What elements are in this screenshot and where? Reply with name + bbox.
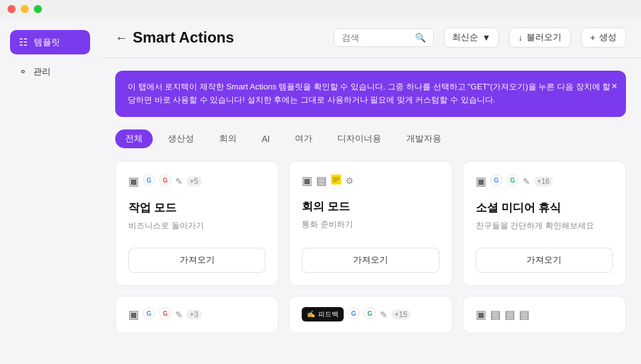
import-icon: ↓ xyxy=(518,33,523,43)
filter-tab-productivity[interactable]: 생산성 xyxy=(158,129,204,148)
app-container: ☷ 템플릿 ⚬ 관리 ← Smart Actions 🔍 최신순 ▼ ↓ xyxy=(0,18,641,364)
bottom-card-1: ▣ G G ✎ +3 xyxy=(115,296,279,333)
cards-grid: ▣ G G ✎ +5 작업 모드 비즈니스로 돌아가기 가져오기 xyxy=(115,161,626,286)
monitor-icon-b1: ▣ xyxy=(128,308,139,321)
svg-text:G: G xyxy=(351,310,356,317)
filter-tabs: 전체 생산성 회의 AI 여가 디자이너용 개발자용 xyxy=(115,129,626,148)
filter-tab-developer[interactable]: 개발자용 xyxy=(396,129,451,148)
edit-icon-b2: ✎ xyxy=(380,310,387,320)
sidebar: ☷ 템플릿 ⚬ 관리 xyxy=(0,18,100,364)
card-count-1: +5 xyxy=(187,176,202,186)
google-icon-b1: G xyxy=(143,307,155,322)
google-icon-b4: G xyxy=(364,307,376,322)
card-icons-row-2: ▣ ▤ ⚙ xyxy=(302,174,439,188)
card-title-1: 작업 모드 xyxy=(128,200,265,215)
page-title: Smart Actions xyxy=(133,29,234,46)
get-button-1[interactable]: 가져오기 xyxy=(128,248,265,273)
sort-dropdown[interactable]: 최신순 ▼ xyxy=(444,28,499,48)
card-title-2: 회의 모드 xyxy=(302,199,439,214)
close-button[interactable] xyxy=(8,5,16,13)
google-icon-3: G xyxy=(490,174,503,189)
svg-text:G: G xyxy=(163,177,168,184)
monitor-icon-b6: ▤ xyxy=(519,308,530,321)
card-subtitle-3: 친구들을 간단하게 확인해보세요 xyxy=(476,220,613,231)
create-button[interactable]: + 생성 xyxy=(581,28,626,48)
chat-icon: ✍ xyxy=(307,310,315,318)
svg-text:G: G xyxy=(367,310,372,317)
sort-label: 최신순 xyxy=(452,32,478,43)
sidebar-manage-label: 관리 xyxy=(33,66,51,78)
get-button-2[interactable]: 가져오기 xyxy=(302,248,439,273)
banner-text: 이 탭에서 로지텍이 제작한 Smart Actions 템플릿을 확인할 수 … xyxy=(128,82,610,104)
edit-icon-2: ✎ xyxy=(523,176,530,186)
template-icon: ☷ xyxy=(19,36,28,48)
filter-tab-ai[interactable]: AI xyxy=(252,130,280,148)
page-title-area: ← Smart Actions xyxy=(115,29,234,46)
card-meeting-mode: ▣ ▤ ⚙ 회의 모드 통화 준비하기 가져오기 xyxy=(289,161,452,286)
card-subtitle-1: 비즈니스로 돌아가기 xyxy=(128,220,265,231)
card-social-break: ▣ G G ✎ +16 소셜 미디어 휴식 친구들을 간단하게 확인해보세요 가… xyxy=(463,161,626,286)
card-title-3: 소셜 미디어 휴식 xyxy=(476,200,613,215)
monitor-icon-b3: ▣ xyxy=(476,308,486,321)
get-button-3[interactable]: 가져오기 xyxy=(476,248,613,273)
bottom-card-2: ✍ 피드백 G G ✎ +15 xyxy=(289,296,452,333)
user-icon: ⚬ xyxy=(19,66,27,78)
google-icon-b2: G xyxy=(159,307,172,322)
svg-text:G: G xyxy=(510,177,515,184)
google-icon-1: G xyxy=(143,174,155,189)
filter-tab-meeting[interactable]: 회의 xyxy=(209,129,247,148)
banner-close-button[interactable]: × xyxy=(612,78,617,94)
search-box[interactable]: 🔍 xyxy=(334,28,434,47)
create-label: 생성 xyxy=(599,32,617,43)
info-banner: 이 탭에서 로지텍이 제작한 Smart Actions 템플릿을 확인할 수 … xyxy=(115,71,626,117)
card-icons-row: ▣ G G ✎ +5 xyxy=(128,174,265,189)
sidebar-item-manage[interactable]: ⚬ 관리 xyxy=(10,59,90,84)
import-label: 불러오기 xyxy=(526,32,562,43)
search-input[interactable] xyxy=(342,33,410,43)
monitor-icon-2: ▣ xyxy=(302,174,312,188)
chevron-down-icon: ▼ xyxy=(482,33,491,43)
monitor-icon-4: ▣ xyxy=(476,174,486,188)
titlebar xyxy=(0,0,641,18)
minimize-button[interactable] xyxy=(21,5,29,13)
header: ← Smart Actions 🔍 최신순 ▼ ↓ 불러오기 + 생성 xyxy=(100,18,641,58)
monitor-icon: ▣ xyxy=(128,174,139,188)
monitor-icon-b5: ▤ xyxy=(505,308,515,321)
svg-text:G: G xyxy=(146,310,151,317)
feedback-badge: ✍ 피드백 xyxy=(302,307,344,321)
bottom-count-1: +3 xyxy=(187,310,202,320)
card-icons-row-3: ▣ G G ✎ +16 xyxy=(476,174,613,189)
maximize-button[interactable] xyxy=(34,5,42,13)
filter-tab-leisure[interactable]: 여가 xyxy=(285,129,322,148)
feedback-label: 피드백 xyxy=(318,310,339,319)
card-count-3: +16 xyxy=(534,176,553,186)
filter-tab-all[interactable]: 전체 xyxy=(115,129,153,148)
svg-text:G: G xyxy=(494,177,499,184)
monitor-icon-3: ▤ xyxy=(316,174,327,188)
search-icon: 🔍 xyxy=(415,33,426,43)
monitor-icon-b4: ▤ xyxy=(490,308,501,321)
sidebar-item-template[interactable]: ☷ 템플릿 xyxy=(10,30,90,54)
content-area: 이 탭에서 로지텍이 제작한 Smart Actions 템플릿을 확인할 수 … xyxy=(100,58,641,364)
bottom-count-2: +15 xyxy=(391,310,410,320)
main-content: ← Smart Actions 🔍 최신순 ▼ ↓ 불러오기 + 생성 xyxy=(100,18,641,364)
note-icon xyxy=(331,174,342,188)
edit-icon-b1: ✎ xyxy=(175,310,183,320)
bottom-card-3: ▣ ▤ ▤ ▤ xyxy=(463,296,626,333)
svg-text:G: G xyxy=(163,310,168,317)
filter-tab-designer[interactable]: 디자이너용 xyxy=(327,129,391,148)
google-icon-2: G xyxy=(159,174,172,189)
back-button[interactable]: ← xyxy=(115,31,128,45)
card-subtitle-2: 통화 준비하기 xyxy=(302,219,439,230)
svg-text:G: G xyxy=(146,177,151,184)
import-button[interactable]: ↓ 불러오기 xyxy=(509,28,571,48)
plus-icon: + xyxy=(590,33,595,43)
gear-icon: ⚙ xyxy=(346,176,354,186)
sidebar-template-label: 템플릿 xyxy=(34,37,60,48)
bottom-cards-preview: ▣ G G ✎ +3 ✍ 피드백 xyxy=(115,296,626,333)
card-work-mode: ▣ G G ✎ +5 작업 모드 비즈니스로 돌아가기 가져오기 xyxy=(115,161,279,286)
google-icon-4: G xyxy=(506,174,519,189)
edit-icon: ✎ xyxy=(175,176,183,186)
google-icon-b3: G xyxy=(347,307,360,322)
